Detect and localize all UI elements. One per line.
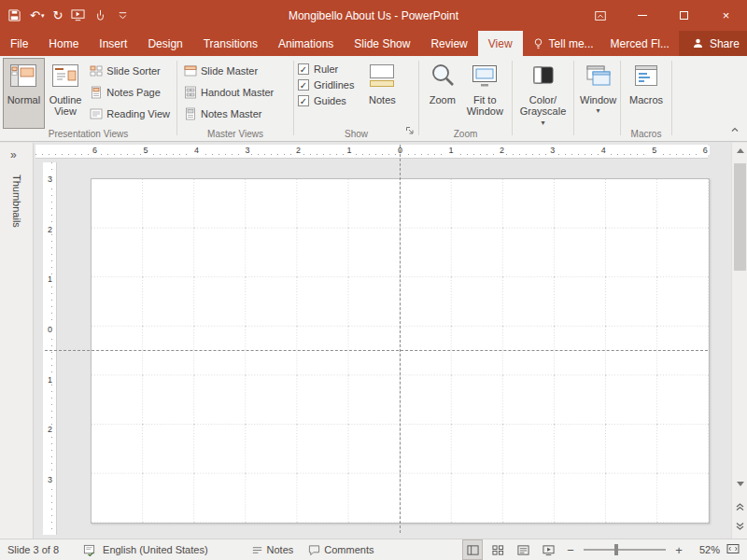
outline-view-button[interactable]: Outline View: [44, 59, 88, 128]
notes-page-button[interactable]: Notes Page: [87, 83, 173, 102]
tab-animations[interactable]: Animations: [268, 31, 344, 56]
normal-view-button[interactable]: Normal: [4, 59, 44, 128]
redo-icon[interactable]: ↻: [52, 9, 63, 21]
tab-insert[interactable]: Insert: [89, 31, 137, 56]
account-name[interactable]: Merced Fl...: [601, 31, 679, 56]
presentation-views-small-buttons: Slide Sorter Notes Page Reading View: [87, 62, 173, 123]
tab-review[interactable]: Review: [420, 31, 477, 56]
notes-master-button[interactable]: Notes Master: [181, 105, 276, 123]
notes-toggle-button[interactable]: Notes: [251, 544, 294, 556]
notes-toggle-label: Notes: [267, 544, 294, 555]
status-reading-view-button[interactable]: [514, 540, 532, 559]
slide-master-button[interactable]: Slide Master: [181, 62, 276, 80]
normal-view-icon: [9, 62, 37, 92]
zoom-slider[interactable]: [584, 543, 666, 556]
fit-to-window-icon: [471, 62, 499, 92]
handout-master-button[interactable]: Handout Master: [181, 83, 276, 102]
zoom-out-button[interactable]: −: [564, 543, 577, 557]
next-slide-icon[interactable]: [732, 519, 747, 535]
title-bar: ↶▾ ↻ Mongibello About Us - PowerPoint ×: [0, 0, 747, 31]
powerpoint-window: ↶▾ ↻ Mongibello About Us - PowerPoint × …: [0, 0, 747, 560]
touch-mouse-mode-icon[interactable]: [93, 8, 107, 22]
ruler-checkbox[interactable]: ✓ Ruler: [298, 63, 354, 75]
zoom-in-button[interactable]: +: [672, 543, 685, 557]
guides-checkbox-label: Guides: [314, 95, 346, 106]
ribbon-display-options-icon[interactable]: [579, 0, 621, 31]
collapse-ribbon-icon[interactable]: [729, 124, 740, 138]
slide-master-icon: [184, 64, 197, 77]
checkbox-checked-icon: ✓: [298, 63, 309, 75]
window-dropdown-label: Window: [580, 94, 616, 106]
reading-view-button[interactable]: Reading View: [87, 105, 173, 123]
zoom-slider-thumb[interactable]: [614, 544, 618, 555]
tab-home[interactable]: Home: [38, 31, 89, 56]
expand-thumbnails-icon[interactable]: »: [10, 148, 17, 161]
checkbox-checked-icon: ✓: [298, 95, 309, 106]
thumbnails-pane-label: Thumbnails: [11, 175, 22, 228]
tab-design[interactable]: Design: [137, 31, 192, 56]
workspace: » Thumbnails 6543210123456 3210123: [0, 143, 747, 539]
slide-indicator[interactable]: Slide 3 of 8: [0, 544, 68, 555]
vertical-scrollbar[interactable]: [731, 143, 747, 539]
share-button[interactable]: Share: [679, 31, 747, 56]
group-macros: Macros Macros: [622, 57, 670, 140]
gridlines-checkbox[interactable]: ✓ Gridlines: [298, 79, 354, 91]
color-grayscale-label-line1: Color/: [529, 94, 557, 106]
undo-icon[interactable]: ↶▾: [30, 9, 44, 21]
window-icon: [585, 62, 613, 92]
status-slide-show-button[interactable]: [539, 540, 557, 559]
guides-checkbox[interactable]: ✓ Guides: [298, 95, 354, 106]
maximize-button[interactable]: [663, 0, 705, 31]
zoom-percentage[interactable]: 52%: [692, 544, 720, 555]
reading-view-icon: [90, 107, 103, 120]
horizontal-ruler: 6543210123456: [35, 145, 708, 159]
color-grayscale-icon: [529, 62, 557, 92]
group-separator: [573, 61, 574, 135]
tell-me-box[interactable]: Tell me...: [525, 31, 601, 56]
show-dialog-launcher-icon[interactable]: [405, 125, 415, 138]
scroll-up-icon[interactable]: [732, 143, 747, 159]
macros-button[interactable]: Macros: [625, 59, 668, 128]
macros-button-label: Macros: [629, 94, 663, 106]
fit-to-window-button[interactable]: Fit to Window: [462, 59, 508, 128]
comments-toggle-button[interactable]: Comments: [308, 544, 374, 556]
vertical-guide[interactable]: [400, 145, 401, 533]
group-show: ✓ Ruler ✓ Gridlines ✓ Guides Notes Show: [295, 57, 417, 140]
thumbnails-collapsed-pane[interactable]: » Thumbnails: [0, 143, 34, 539]
color-grayscale-dropdown[interactable]: Color/ Grayscale ▾: [516, 59, 570, 128]
slide-sorter-button[interactable]: Slide Sorter: [87, 62, 173, 80]
notes-page-label: Notes Page: [106, 87, 160, 98]
scroll-down-icon[interactable]: [732, 476, 747, 492]
tab-view[interactable]: View: [478, 31, 523, 56]
chevron-down-icon: ▾: [541, 119, 544, 127]
spell-check-icon[interactable]: [83, 544, 95, 556]
group-zoom: Zoom Fit to Window Zoom: [420, 57, 511, 140]
customize-qat-icon[interactable]: [116, 8, 130, 22]
save-icon[interactable]: [7, 8, 21, 22]
presentation-views-group-label: Presentation Views: [1, 129, 176, 139]
master-views-buttons: Slide Master Handout Master Notes Master: [181, 62, 276, 123]
minimize-button[interactable]: [621, 0, 663, 31]
checkbox-checked-icon: ✓: [298, 79, 309, 91]
tab-slide-show[interactable]: Slide Show: [344, 31, 420, 56]
scrollbar-thumb[interactable]: [734, 163, 746, 271]
notes-master-label: Notes Master: [201, 108, 261, 119]
zoom-group-label: Zoom: [420, 129, 511, 139]
language-button[interactable]: English (United States): [103, 544, 208, 555]
tab-transitions[interactable]: Transitions: [193, 31, 268, 56]
window-dropdown[interactable]: Window ▾: [578, 59, 618, 128]
notes-icon: [368, 62, 396, 92]
horizontal-guide[interactable]: [45, 350, 708, 351]
handout-master-label: Handout Master: [201, 87, 274, 98]
tell-me-label: Tell me...: [549, 37, 594, 50]
fit-slide-to-window-icon[interactable]: [726, 542, 740, 557]
previous-slide-icon[interactable]: [732, 498, 747, 514]
status-normal-view-button[interactable]: [463, 540, 482, 559]
notes-button-label: Notes: [369, 94, 396, 106]
tab-file[interactable]: File: [0, 31, 38, 56]
notes-button[interactable]: Notes: [363, 59, 401, 128]
start-from-beginning-icon[interactable]: [71, 8, 85, 22]
zoom-button[interactable]: Zoom: [423, 59, 462, 128]
close-button[interactable]: ×: [705, 0, 747, 31]
status-slide-sorter-button[interactable]: [488, 540, 507, 559]
